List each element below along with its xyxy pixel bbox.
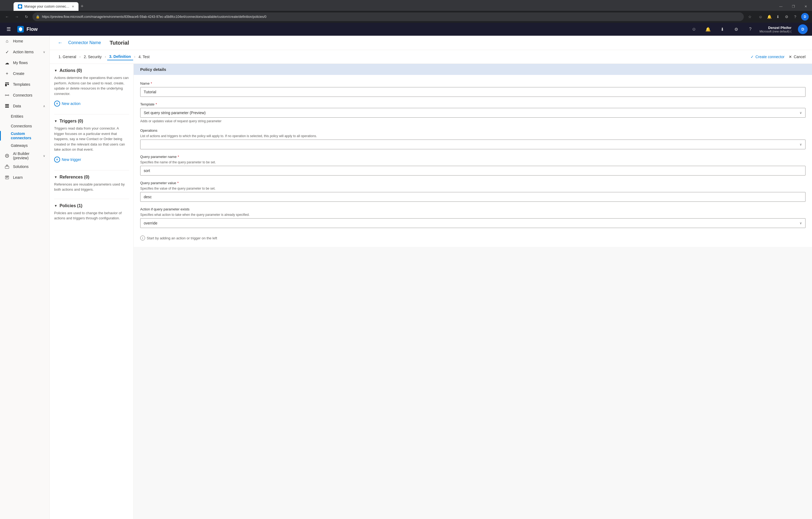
refresh-button[interactable]: ↻ — [23, 13, 30, 21]
sidebar-item-action-items[interactable]: ✓ Action items ∨ — [0, 47, 50, 57]
step-definition-label: 3. Definition — [109, 54, 131, 59]
feedback-icon[interactable]: ☺ — [757, 13, 764, 21]
sidebar-item-connectors[interactable]: Connectors — [0, 90, 50, 101]
cancel-x-icon: ✕ — [789, 55, 792, 59]
star-button[interactable]: ☆ — [746, 13, 754, 21]
references-toggle-icon[interactable]: ▼ — [54, 175, 57, 179]
sidebar-item-my-flows[interactable]: ☁ My flows — [0, 57, 50, 68]
create-icon: + — [4, 71, 10, 76]
forward-nav-button[interactable]: → — [13, 13, 21, 21]
alerts-icon[interactable]: 🔔 — [765, 13, 773, 21]
step-general[interactable]: 1. General — [56, 54, 78, 60]
sidebar-item-ai-builder[interactable]: AI Builder (preview) ∨ — [0, 150, 50, 161]
operations-select[interactable]: ∨ — [140, 140, 806, 149]
step-general-label: 1. General — [58, 55, 76, 59]
maximize-button[interactable]: ❐ — [787, 2, 800, 11]
sidebar-item-data[interactable]: Data ∧ — [0, 101, 50, 112]
svg-point-4 — [8, 95, 9, 96]
create-connector-button[interactable]: ✓ Create connector — [751, 55, 784, 59]
actions-section-title: Actions (0) — [60, 68, 82, 73]
step-definition[interactable]: 3. Definition — [107, 53, 133, 60]
hamburger-menu[interactable]: ☰ — [4, 25, 13, 34]
action-if-exists-hint: Specifies what action to take when the q… — [140, 213, 806, 217]
new-action-label: New action — [62, 101, 80, 106]
triggers-toggle-icon[interactable]: ▼ — [54, 119, 57, 123]
browser-chrome: Manage your custom connectors ✕ + — ❐ ✕ … — [0, 0, 812, 23]
settings-icon[interactable]: ⚙ — [783, 13, 790, 21]
sidebar-action-items-label: Action items — [13, 50, 34, 54]
browser-user-avatar[interactable]: D — [801, 13, 809, 21]
operations-label: Operations — [140, 128, 806, 132]
download-top-icon[interactable]: ⬇ — [717, 24, 727, 34]
step-security[interactable]: 2. Security — [82, 54, 104, 60]
triggers-section: ▼ Triggers (0) Triggers read data from y… — [54, 119, 129, 164]
actions-toggle-icon[interactable]: ▼ — [54, 69, 57, 72]
svg-point-3 — [5, 95, 6, 96]
back-nav-button[interactable]: ← — [3, 13, 11, 21]
app-logo: Flow — [17, 26, 38, 32]
step-test[interactable]: 4. Test — [137, 54, 152, 60]
step-test-label: 4. Test — [139, 55, 150, 59]
new-tab-button[interactable]: + — [79, 3, 86, 10]
create-connector-label: Create connector — [755, 55, 784, 59]
sidebar-learn-label: Learn — [13, 175, 23, 180]
template-select[interactable]: Set query string parameter (Preview) ∨ — [140, 108, 806, 118]
settings-top-icon[interactable]: ⚙ — [731, 24, 741, 34]
policies-toggle-icon[interactable]: ▼ — [54, 204, 57, 208]
sidebar-item-learn[interactable]: Learn — [0, 172, 50, 183]
sidebar-gateways-label: Gateways — [11, 143, 28, 148]
sidebar-item-connections[interactable]: Connections — [0, 121, 50, 131]
sidebar-item-custom-connectors[interactable]: Custom connectors — [0, 131, 50, 141]
operations-field-group: Operations List of actions and triggers … — [140, 128, 806, 149]
template-required-star: * — [156, 102, 157, 106]
template-select-value: Set query string parameter (Preview) — [144, 111, 206, 115]
actions-section-desc: Actions determine the operations that us… — [54, 75, 129, 96]
cancel-button[interactable]: ✕ Cancel — [789, 55, 806, 59]
alerts-top-icon[interactable]: 🔔 — [703, 24, 713, 34]
step-security-label: 2. Security — [84, 55, 102, 59]
triggers-section-title: Triggers (0) — [60, 119, 83, 124]
policy-details: Policy details Name * — [134, 64, 812, 247]
close-button[interactable]: ✕ — [800, 2, 812, 11]
feedback-top-icon[interactable]: ☺ — [689, 24, 699, 34]
user-avatar-top[interactable]: D — [798, 24, 808, 34]
help-icon[interactable]: ? — [791, 13, 799, 21]
address-bar[interactable]: 🔒 https://preview.flow.microsoft.com/man… — [32, 12, 744, 21]
download-icon[interactable]: ⬇ — [774, 13, 782, 21]
browser-tab[interactable]: Manage your custom connectors ✕ — [13, 2, 79, 11]
flow-logo-icon — [17, 26, 24, 32]
action-if-exists-select[interactable]: override ∨ — [140, 218, 806, 228]
help-top-icon[interactable]: ? — [746, 24, 755, 34]
sidebar-item-create[interactable]: + Create — [0, 68, 50, 79]
new-trigger-button[interactable]: + New trigger — [54, 155, 129, 164]
connector-name-link[interactable]: Connector Name — [68, 40, 101, 45]
name-input[interactable] — [140, 87, 806, 97]
triggers-divider — [54, 170, 129, 171]
sidebar-item-home[interactable]: ⌂ Home — [0, 36, 50, 47]
templates-icon — [4, 82, 10, 87]
minimize-button[interactable]: — — [775, 2, 787, 11]
svg-point-10 — [6, 155, 7, 156]
template-hint: Adds or updates value of request query s… — [140, 119, 806, 123]
sidebar-solutions-label: Solutions — [13, 164, 29, 169]
sidebar-item-gateways[interactable]: Gateways — [0, 141, 50, 150]
sidebar-my-flows-label: My flows — [13, 61, 28, 65]
references-divider — [54, 199, 129, 199]
sidebar-data-label: Data — [13, 104, 21, 108]
policies-section-desc: Policies are used to change the behavior… — [54, 210, 129, 221]
query-param-value-input[interactable] — [140, 192, 806, 202]
new-action-button[interactable]: + New action — [54, 99, 129, 108]
solutions-icon — [4, 164, 10, 169]
info-circle-icon: i — [140, 236, 145, 240]
sidebar-item-templates[interactable]: Templates — [0, 79, 50, 90]
query-param-name-input[interactable] — [140, 166, 806, 176]
address-text: https://preview.flow.microsoft.com/manag… — [42, 15, 741, 19]
policies-section-header: ▼ Policies (1) — [54, 203, 129, 208]
tab-close-icon[interactable]: ✕ — [72, 5, 74, 8]
action-if-exists-chevron-icon: ∨ — [800, 221, 802, 225]
sidebar-item-entities[interactable]: Entities — [0, 112, 50, 121]
sidebar-item-solutions[interactable]: Solutions — [0, 161, 50, 172]
references-section-title: References (0) — [60, 175, 89, 180]
back-button[interactable]: ← — [56, 39, 64, 47]
references-section-desc: References are reusable parameters used … — [54, 182, 129, 192]
